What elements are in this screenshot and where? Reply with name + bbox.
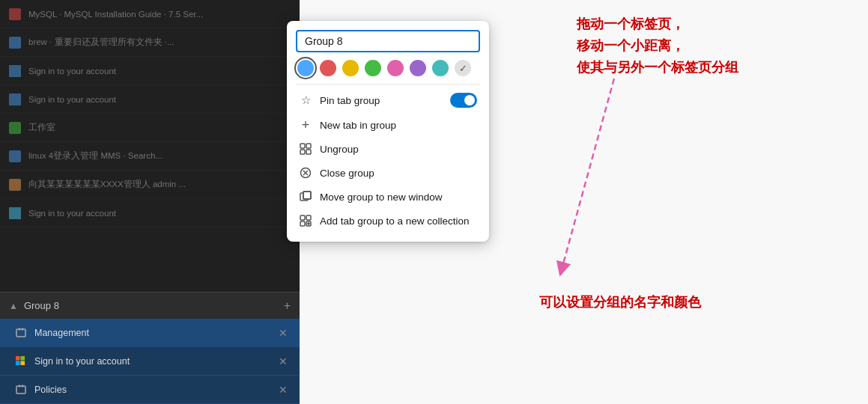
add-collection-icon	[299, 214, 312, 227]
group-tab-management-close[interactable]: ✕	[279, 327, 288, 339]
menu-item-add-collection[interactable]: Add tab group to a new collection	[296, 209, 480, 233]
tab-text-1: MySQL · MySQL Installation Guide · 7.5 S…	[28, 10, 203, 19]
new-tab-icon: +	[299, 118, 312, 132]
color-red[interactable]	[320, 60, 336, 76]
tab-text-3: Sign in to your account	[28, 67, 116, 76]
menu-item-add-collection-label: Add tab group to a new collection	[320, 215, 477, 227]
menu-item-pin[interactable]: ☆ Pin tab group	[296, 88, 480, 113]
color-teal[interactable]	[432, 60, 449, 76]
svg-rect-1	[19, 328, 20, 330]
menu-item-close-group-label: Close group	[320, 168, 477, 179]
tab-text-8: Sign in to your account	[28, 209, 116, 218]
color-blue[interactable]	[297, 60, 314, 76]
tab-item-1[interactable]: MySQL · MySQL Installation Guide · 7.5 S…	[0, 0, 300, 28]
group-name-label: Group 8	[24, 300, 59, 311]
tab-favicon-8	[9, 207, 21, 219]
svg-rect-21	[300, 215, 305, 220]
color-picker-row: ✓	[296, 60, 480, 76]
menu-item-new-tab[interactable]: + New tab in group	[296, 113, 480, 137]
tab-item-5[interactable]: 工作室	[0, 114, 300, 142]
color-yellow[interactable]	[342, 60, 359, 76]
tab-text-6: linux 4登录入管理 MMS · Search...	[28, 150, 163, 162]
svg-line-10	[562, 79, 614, 269]
tab-favicon-5	[9, 122, 21, 134]
group-collapse-arrow[interactable]: ▲	[9, 301, 18, 311]
tab-item-8[interactable]: Sign in to your account	[0, 199, 300, 227]
tab-item-2[interactable]: brew · 重要归还及管理所有文件夹 ·...	[0, 28, 300, 57]
group-section: ▲ Group 8 + Management ✕	[0, 292, 300, 404]
svg-rect-11	[300, 144, 305, 148]
close-group-icon	[299, 166, 312, 180]
tab-favicon-3	[9, 65, 21, 77]
tab-item-4[interactable]: Sign in to your account	[0, 85, 300, 114]
group-header[interactable]: ▲ Group 8 +	[0, 292, 300, 319]
ungroup-icon	[299, 142, 312, 156]
menu-item-move-window-label: Move group to new window	[320, 192, 477, 203]
context-menu: ✓ ☆ Pin tab group + New tab in group Ung…	[287, 21, 489, 242]
svg-rect-12	[306, 144, 311, 148]
management-icon	[15, 327, 27, 339]
svg-rect-6	[21, 361, 25, 365]
svg-rect-7	[16, 386, 25, 394]
windows-icon	[15, 355, 27, 367]
color-purple[interactable]	[410, 60, 426, 76]
svg-rect-8	[19, 385, 20, 387]
tab-item-7[interactable]: 向其某某某某某某XXXX管理人 admin ...	[0, 171, 300, 199]
menu-item-pin-label: Pin tab group	[320, 95, 450, 106]
tab-text-2: brew · 重要归还及管理所有文件夹 ·...	[28, 37, 174, 48]
svg-rect-3	[16, 356, 20, 361]
group-tab-policies-label: Policies	[34, 385, 279, 395]
color-green[interactable]	[365, 60, 381, 76]
color-pink[interactable]	[387, 60, 404, 76]
tab-item-3[interactable]: Sign in to your account	[0, 57, 300, 85]
group-tab-management-label: Management	[34, 328, 279, 338]
tab-favicon-7	[9, 179, 21, 191]
tab-favicon-1	[9, 8, 21, 20]
svg-rect-13	[300, 150, 305, 154]
svg-rect-23	[300, 221, 305, 226]
dashed-arrow	[547, 45, 868, 299]
svg-rect-9	[22, 385, 23, 387]
svg-rect-19	[303, 192, 311, 199]
svg-rect-5	[16, 361, 20, 365]
annotation-bottom: 可以设置分组的名字和颜色	[539, 292, 701, 313]
svg-rect-4	[21, 356, 25, 361]
color-none[interactable]: ✓	[455, 60, 471, 76]
menu-item-ungroup-label: Ungroup	[320, 144, 477, 155]
svg-rect-22	[306, 215, 311, 220]
tab-item-6[interactable]: linux 4登录入管理 MMS · Search...	[0, 142, 300, 171]
menu-item-move-window[interactable]: Move group to new window	[296, 185, 480, 209]
svg-rect-0	[16, 329, 25, 337]
policies-icon	[15, 384, 27, 396]
tab-text-4: Sign in to your account	[28, 95, 116, 104]
group-tab-policies-close[interactable]: ✕	[279, 384, 288, 396]
tab-favicon-4	[9, 94, 21, 105]
group-tab-signin[interactable]: Sign in to your account ✕	[0, 347, 300, 376]
tab-text-5: 工作室	[28, 122, 55, 133]
group-tab-signin-label: Sign in to your account	[34, 356, 279, 367]
menu-item-new-tab-label: New tab in group	[320, 120, 477, 131]
group-tab-policies[interactable]: Policies ✕	[0, 376, 300, 404]
move-window-icon	[299, 190, 312, 203]
svg-rect-2	[22, 328, 23, 330]
tab-favicon-2	[9, 37, 21, 49]
menu-divider-1	[296, 84, 480, 85]
group-name-input[interactable]	[296, 30, 480, 52]
group-add-tab-button[interactable]: +	[284, 299, 291, 313]
group-tab-signin-close[interactable]: ✕	[279, 355, 288, 367]
menu-item-ungroup[interactable]: Ungroup	[296, 137, 480, 161]
group-tab-management[interactable]: Management ✕	[0, 319, 300, 347]
annotation-top: 拖动一个标签页，移动一个小距离，使其与另外一个标签页分组	[577, 13, 738, 78]
tab-text-7: 向其某某某某某某XXXX管理人 admin ...	[28, 179, 186, 190]
menu-item-close-group[interactable]: Close group	[296, 161, 480, 185]
tab-favicon-6	[9, 150, 21, 162]
pin-toggle[interactable]	[450, 93, 477, 108]
pin-icon: ☆	[299, 94, 312, 107]
browser-sidebar: MySQL · MySQL Installation Guide · 7.5 S…	[0, 0, 300, 404]
background-tabs: MySQL · MySQL Installation Guide · 7.5 S…	[0, 0, 300, 227]
svg-rect-14	[306, 150, 311, 154]
